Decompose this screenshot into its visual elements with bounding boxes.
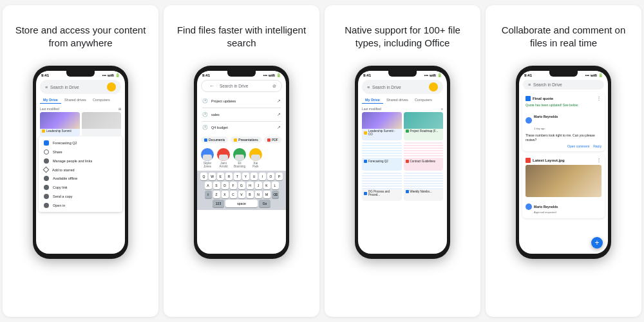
search-bar-3[interactable]: ≡ Search in Drive <box>362 80 443 94</box>
person-2[interactable]: JamiArnold <box>217 148 230 168</box>
key-X[interactable]: X <box>222 191 229 198</box>
status-icons-2: ▪▪▪ wifi 🔋 <box>263 73 281 77</box>
file-thumb-2[interactable] <box>82 112 122 137</box>
file-thumb-leadership[interactable]: Leadership Summit <box>40 112 80 137</box>
key-G[interactable]: G <box>238 182 245 189</box>
key-V[interactable]: V <box>238 191 245 198</box>
tab-shared-1[interactable]: Shared drives <box>61 97 90 104</box>
file-name-leadership: Leadership Summit <box>46 129 71 133</box>
key-Z[interactable]: Z <box>213 191 220 198</box>
fab-button[interactable]: + <box>591 237 603 249</box>
menu-label-copylink: Copy link <box>53 185 68 189</box>
search-bar-4[interactable]: ≡ Search in Drive <box>523 80 604 90</box>
search-bar-2[interactable]: ← Search in Drive ⊘ <box>201 80 282 92</box>
key-shift[interactable]: ⇧ <box>205 191 212 198</box>
person-1[interactable]: SkylerJones <box>201 148 214 168</box>
menu-label-open: Open in <box>53 204 65 207</box>
open-comment-button[interactable]: Open comment <box>567 144 589 148</box>
commenter-avatar-2 <box>526 204 532 210</box>
doc-icon-1 <box>526 96 531 101</box>
suggestion-text-1: Project updates <box>211 99 273 103</box>
key-Q[interactable]: Q <box>200 173 207 180</box>
key-D[interactable]: D <box>222 182 229 189</box>
chip-presentations[interactable]: Presentations <box>231 137 261 143</box>
menu-label-forecasting: Forecasting Q2 <box>53 141 77 145</box>
phone-notch-1 <box>66 71 95 77</box>
image-thumb-1 <box>526 165 601 197</box>
suggestion-text-2: sales <box>211 113 273 117</box>
file-forecasting-3[interactable]: Forecasting Q2 <box>362 142 402 171</box>
comment-update-1: Quote has been updated! See below: <box>526 103 601 107</box>
file-weekly-3[interactable]: Weekly Notebo... <box>404 173 444 201</box>
grid-icon-1: ⊞ <box>118 107 121 111</box>
search-bar-1[interactable]: ≡ Search in Drive <box>40 80 121 94</box>
key-E[interactable]: E <box>217 173 224 180</box>
key-F[interactable]: F <box>230 182 237 189</box>
key-C[interactable]: C <box>230 191 237 198</box>
mic-icon-2: ⊘ <box>272 84 276 89</box>
file-dg-3[interactable]: DG Process and Proced... <box>362 173 402 201</box>
doc-chip-icon <box>204 138 207 142</box>
file-img-leadership <box>40 112 80 129</box>
clock-icon-1: 🕐 <box>202 99 207 104</box>
file-leadership-3[interactable]: Leadership Summit - CO <box>362 112 402 140</box>
key-Y[interactable]: Y <box>242 173 249 180</box>
key-I[interactable]: I <box>259 173 266 180</box>
key-A[interactable]: A <box>205 182 212 189</box>
key-B[interactable]: B <box>247 191 254 198</box>
key-J[interactable]: J <box>255 182 262 189</box>
key-R[interactable]: R <box>225 173 232 180</box>
menu-item-sendcopy[interactable]: Send a copy <box>39 192 122 201</box>
img-leadership-3 <box>362 112 402 129</box>
key-W[interactable]: W <box>209 173 216 180</box>
key-N[interactable]: N <box>255 191 262 198</box>
person-4[interactable]: KaiPark <box>249 148 262 168</box>
panel-3-title: Native support for 100+ file types, incl… <box>331 17 474 57</box>
key-numbers[interactable]: 123 <box>213 200 224 207</box>
chip-documents[interactable]: Documents <box>201 137 228 143</box>
star-icon-menu <box>43 167 50 173</box>
icon-forecasting-3 <box>364 160 367 163</box>
menu-item-share[interactable]: Share <box>39 147 122 156</box>
menu-item-offline[interactable]: Available offline <box>39 174 122 183</box>
reply-button[interactable]: Reply <box>593 144 601 148</box>
suggestion-project-updates[interactable]: 🕐 Project updates ↗ <box>197 96 286 106</box>
key-H[interactable]: H <box>247 182 254 189</box>
person-3[interactable]: EliBranning <box>233 148 246 168</box>
key-U[interactable]: U <box>251 173 258 180</box>
tab-mydrive-1[interactable]: My Drive <box>40 97 61 104</box>
key-P[interactable]: P <box>276 173 283 180</box>
more-dots-1[interactable]: ⋮ <box>596 95 601 101</box>
chip-pdf[interactable]: PDF <box>264 137 281 143</box>
key-space[interactable]: space <box>225 200 258 207</box>
commenter-name-2: Mario Reynolds <box>534 205 558 209</box>
key-S[interactable]: S <box>213 182 220 189</box>
tab-computers-3[interactable]: Computers <box>412 97 435 104</box>
file-roadmap-3[interactable]: Project Roadmap (F... <box>404 112 444 140</box>
menu-item-open[interactable]: Open in <box>39 201 122 210</box>
menu-item-forecasting[interactable]: Forecasting Q2 <box>39 138 122 147</box>
suggestion-sales[interactable]: 🕐 sales ↗ <box>197 109 286 120</box>
kb-row-3: ⇧ Z X C V B N M ⌫ <box>199 191 284 198</box>
key-L[interactable]: L <box>272 182 279 189</box>
file-contract-3[interactable]: Contract Guidelines <box>404 142 444 171</box>
key-K[interactable]: K <box>263 182 270 189</box>
menu-item-star[interactable]: Add to starred <box>39 166 122 174</box>
section-header-1: Last modified ⊞ <box>36 106 125 112</box>
menu-label-offline: Available offline <box>53 176 77 180</box>
commenter-name-1: Mario Reynolds <box>534 115 558 118</box>
tab-shared-3[interactable]: Shared drives <box>383 97 412 104</box>
key-backspace[interactable]: ⌫ <box>272 191 279 198</box>
key-M[interactable]: M <box>263 191 270 198</box>
key-O[interactable]: O <box>267 173 274 180</box>
tab-mydrive-3[interactable]: My Drive <box>362 97 383 104</box>
back-arrow-icon[interactable]: ← <box>207 83 217 89</box>
suggestion-q4budget[interactable]: 🕐 Q4 budget ↗ <box>197 122 286 133</box>
key-T[interactable]: T <box>234 173 241 180</box>
tab-computers-1[interactable]: Computers <box>90 97 113 104</box>
more-dots-2[interactable]: ⋮ <box>596 157 601 163</box>
menu-item-copylink[interactable]: Copy link <box>39 183 122 192</box>
img-dg-3 <box>362 173 402 189</box>
menu-item-manage[interactable]: Manage people and links <box>39 156 122 166</box>
key-go[interactable]: Go <box>259 200 270 207</box>
